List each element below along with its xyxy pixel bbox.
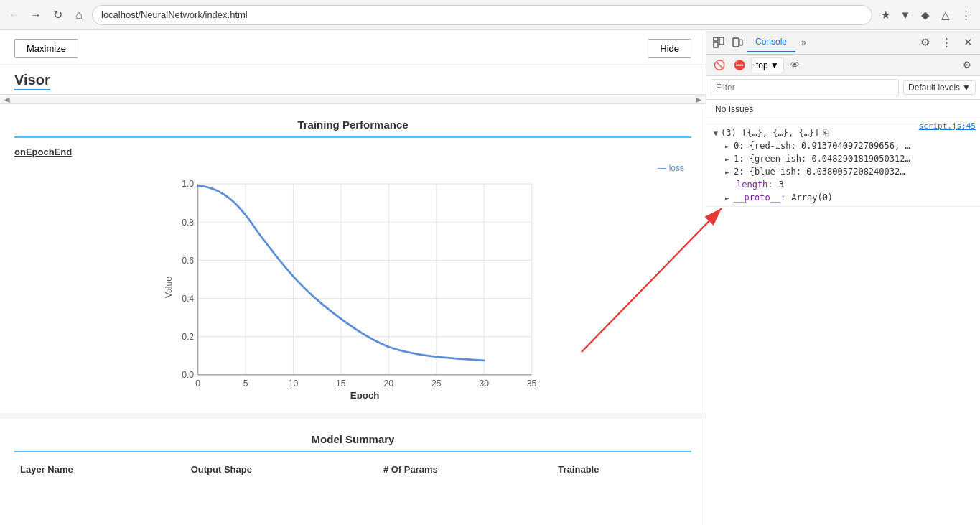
issues-bar: No Issues — [706, 100, 980, 119]
reload-button[interactable]: ↻ — [49, 6, 66, 24]
device-toolbar-button[interactable] — [728, 33, 747, 52]
bookmark-icon[interactable]: ★ — [877, 6, 894, 24]
svg-rect-33 — [719, 37, 724, 45]
model-table: Layer Name Output Shape # Of Params Trai… — [14, 461, 691, 478]
no-icon-button[interactable]: ⛔ — [731, 57, 748, 74]
settings-icon[interactable]: ⋮ — [957, 6, 974, 24]
default-levels-label: Default levels — [908, 83, 960, 93]
console-tab[interactable]: Console — [747, 32, 795, 52]
home-button[interactable]: ⌂ — [70, 6, 88, 24]
default-levels-arrow: ▼ — [962, 83, 971, 93]
visor-header: Maximize Hide — [0, 30, 706, 65]
chart-section: Training Performance onEpochEnd — loss — [0, 104, 706, 413]
svg-text:30: 30 — [479, 378, 489, 389]
item1-label: 1: {green-ish: 0.0482901819050312… — [734, 154, 910, 164]
copy-icon[interactable]: ⎗ — [823, 128, 829, 138]
array-length: length: 3 — [711, 178, 976, 191]
devtools-toolbar: 🚫 ⛔ top ▼ 👁 ⚙ — [706, 55, 980, 76]
console-array-entry: ▼ (3) [{…}, {…}, {…}] ⎗ ► 0: {red-ish: 0… — [706, 124, 980, 207]
filter-bar: Default levels ▼ — [706, 76, 980, 100]
item2-label: 2: {blue-ish: 0.0380057208240032… — [734, 167, 905, 177]
chart-title: Training Performance — [14, 119, 691, 138]
maximize-button[interactable]: Maximize — [14, 39, 78, 58]
visor-title-section: Visor — [0, 65, 706, 94]
svg-text:5: 5 — [243, 378, 248, 389]
item1-arrow[interactable]: ► — [725, 155, 729, 163]
console-cursor[interactable]: ► — [706, 207, 980, 224]
array-item-0: ► 0: {red-ish: 0.9137040972709656, … — [711, 139, 976, 152]
top-selector[interactable]: top ▼ — [751, 57, 784, 73]
eye-button[interactable]: 👁 — [787, 57, 804, 74]
svg-rect-32 — [714, 37, 718, 41]
svg-rect-0 — [198, 184, 532, 375]
console-output: script.js:45 ▼ (3) [{…}, {…}, {…}] ⎗ ► 0… — [706, 119, 980, 525]
svg-text:10: 10 — [289, 378, 299, 389]
array-expand-arrow[interactable]: ▼ — [714, 129, 718, 137]
proto-key: __proto__: — [734, 192, 785, 203]
devtools-close-button[interactable]: ✕ — [958, 33, 977, 52]
length-val: 3 — [779, 180, 784, 190]
main-area: Maximize Hide Visor ◀ ▶ Training Perform… — [0, 30, 980, 525]
loss-legend: — loss — [658, 163, 684, 173]
svg-text:0: 0 — [195, 378, 200, 389]
account-icon[interactable]: ◆ — [917, 6, 934, 24]
item0-label: 0: {red-ish: 0.9137040972709656, … — [734, 141, 910, 151]
no-issues-button[interactable]: No Issues — [712, 103, 756, 116]
inspect-element-button[interactable] — [709, 33, 728, 52]
training-chart: 0.0 0.2 0.4 0.6 0.8 1.0 Value 0 5 10 15 … — [14, 176, 691, 399]
back-button[interactable]: ← — [6, 6, 23, 24]
devtools-tabs: Console » ⚙ ⋮ ✕ — [706, 30, 980, 55]
top-label: top — [756, 60, 768, 70]
svg-rect-35 — [733, 38, 739, 47]
scroll-left-arrow[interactable]: ◀ — [1, 96, 13, 103]
svg-text:35: 35 — [527, 378, 537, 389]
col-output-shape: Output Shape — [185, 461, 378, 478]
item0-arrow[interactable]: ► — [725, 142, 729, 150]
clear-console-button[interactable]: 🚫 — [711, 57, 728, 74]
svg-text:0.8: 0.8 — [182, 218, 194, 228]
svg-text:0.4: 0.4 — [182, 294, 194, 304]
chart-container: 0.0 0.2 0.4 0.6 0.8 1.0 Value 0 5 10 15 … — [14, 176, 691, 399]
devtools-panel: Console » ⚙ ⋮ ✕ 🚫 ⛔ top ▼ 👁 ⚙ Default l — [706, 30, 980, 525]
length-key: length: — [737, 180, 773, 190]
sync-icon[interactable]: △ — [937, 6, 954, 24]
svg-text:1.0: 1.0 — [182, 180, 194, 190]
scroll-right-arrow[interactable]: ▶ — [693, 96, 704, 103]
svg-rect-34 — [714, 42, 718, 47]
array-item-1: ► 1: {green-ish: 0.0482901819050312… — [711, 152, 976, 165]
svg-text:25: 25 — [431, 378, 442, 389]
browser-bar: ← → ↻ ⌂ ★ ▼ ◆ △ ⋮ — [0, 0, 980, 30]
forward-button[interactable]: → — [27, 6, 45, 24]
devtools-settings-button[interactable]: ⚙ — [915, 33, 934, 52]
item2-arrow[interactable]: ► — [725, 168, 729, 176]
default-levels-dropdown[interactable]: Default levels ▼ — [903, 80, 976, 95]
browser-toolbar-icons: ★ ▼ ◆ △ ⋮ — [877, 6, 974, 24]
filter-input[interactable] — [711, 79, 899, 96]
horizontal-scrollbar[interactable]: ◀ ▶ — [0, 94, 706, 104]
svg-text:20: 20 — [384, 378, 394, 389]
col-params: # Of Params — [378, 461, 552, 478]
visor-buttons: Maximize — [14, 39, 78, 58]
extensions-icon[interactable]: ▼ — [897, 6, 914, 24]
svg-text:Value: Value — [164, 277, 174, 298]
svg-rect-36 — [739, 40, 742, 45]
svg-text:0.6: 0.6 — [182, 256, 194, 266]
array-item-2: ► 2: {blue-ish: 0.0380057208240032… — [711, 165, 976, 178]
page-content: Maximize Hide Visor ◀ ▶ Training Perform… — [0, 30, 706, 525]
epoch-end-label: onEpochEnd — [14, 147, 691, 157]
hide-button[interactable]: Hide — [648, 39, 691, 58]
devtools-settings-gear[interactable]: ⚙ — [958, 57, 976, 74]
address-bar[interactable] — [92, 5, 872, 25]
svg-text:Epoch: Epoch — [350, 390, 380, 399]
array-proto: ► __proto__: Array(0) — [711, 191, 976, 204]
svg-text:0.2: 0.2 — [182, 332, 194, 342]
script-link[interactable]: script.js:45 — [919, 121, 976, 131]
top-dropdown-arrow: ▼ — [770, 60, 779, 70]
svg-text:15: 15 — [336, 378, 346, 389]
devtools-action-icons: ⚙ ⋮ ✕ — [915, 33, 977, 52]
col-layer-name: Layer Name — [14, 461, 185, 478]
devtools-more-button[interactable]: ⋮ — [937, 33, 956, 52]
proto-arrow[interactable]: ► — [725, 194, 729, 202]
model-title: Model Summary — [14, 433, 691, 452]
more-tabs[interactable]: » — [795, 33, 812, 52]
